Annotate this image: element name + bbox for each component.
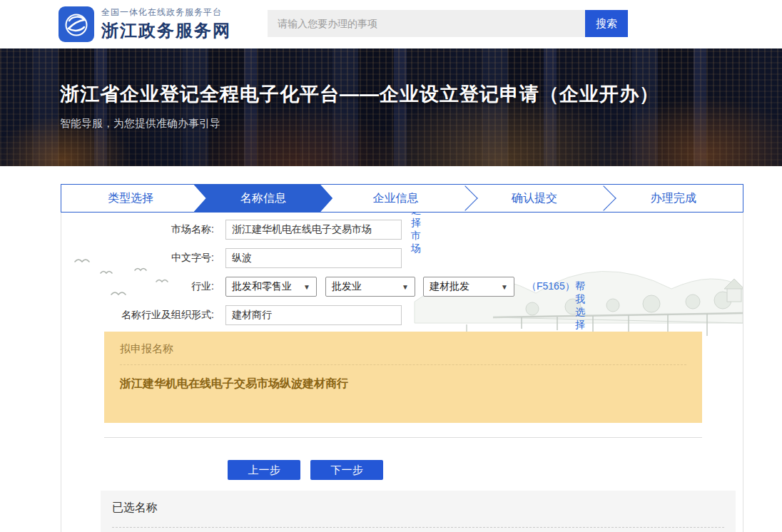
industry-label: 行业:	[61, 280, 220, 293]
name-org-form-label: 名称行业及组织形式:	[61, 309, 220, 322]
industry-level3-value: 建材批发	[430, 280, 469, 293]
industry-level3-select[interactable]: 建材批发 ▼	[423, 277, 514, 297]
previous-step-button[interactable]: 上一步	[228, 460, 300, 480]
industry-level1-select[interactable]: 批发和零售业 ▼	[225, 277, 317, 297]
hero-banner: 浙江省企业登记全程电子化平台——企业设立登记申请（企业开办） 智能导服，为您提供…	[0, 48, 782, 166]
page-subtitle: 智能导服，为您提供准确办事引导	[60, 117, 220, 131]
selected-names-divider	[112, 527, 724, 528]
step-type-selection[interactable]: 类型选择	[61, 185, 200, 212]
proposed-name-panel: 拟申报名称 浙江建华机电在线电子交易市场纵波建材商行	[104, 332, 702, 423]
chinese-font-name-input[interactable]	[225, 248, 402, 268]
step-complete[interactable]: 办理完成	[604, 185, 743, 212]
site-logo-icon	[59, 6, 94, 42]
step-name-info[interactable]: 名称信息	[194, 185, 333, 212]
industry-level2-select[interactable]: 批发业 ▼	[325, 277, 415, 297]
notice-divider	[120, 364, 686, 365]
page-title: 浙江省企业登记全程电子化平台——企业设立登记申请（企业开办）	[60, 81, 659, 107]
search-input[interactable]	[268, 10, 585, 37]
selected-names-heading: 已选名称	[101, 491, 736, 516]
platform-tagline: 全国一体化在线政务服务平台	[101, 6, 231, 19]
proposed-name-value: 浙江建华机电在线电子交易市场纵波建材商行	[120, 377, 686, 392]
select-market-link[interactable]: 选择市场	[411, 213, 421, 255]
next-step-button[interactable]: 下一步	[310, 460, 383, 480]
market-name-label: 市场名称:	[61, 223, 220, 236]
industry-level2-value: 批发业	[332, 280, 362, 293]
header-search-bar: 搜索	[268, 10, 628, 37]
industry-level1-value: 批发和零售业	[232, 280, 292, 293]
market-name-input[interactable]	[225, 220, 402, 240]
main-card: 类型选择 名称信息 企业信息 确认提交 办理完成	[61, 184, 743, 532]
site-header: 全国一体化在线政务服务平台 浙江政务服务网 搜索	[0, 0, 782, 48]
chinese-font-name-label: 中文字号:	[61, 252, 220, 265]
industry-code: （F5165）	[527, 280, 575, 293]
section-divider	[104, 437, 702, 438]
search-button[interactable]: 搜索	[585, 10, 628, 37]
site-name: 浙江政务服务网	[101, 19, 231, 42]
step-confirm-submit[interactable]: 确认提交	[465, 185, 604, 212]
name-org-form-input[interactable]	[225, 305, 402, 325]
step-wizard: 类型选择 名称信息 企业信息 确认提交 办理完成	[61, 184, 743, 213]
chevron-down-icon: ▼	[501, 283, 508, 291]
form-area: 市场名称: 选择市场 中文字号: 行业: 批发和零售业 ▼ 批发业 ▼ 建材批发…	[61, 213, 743, 532]
chevron-down-icon: ▼	[402, 283, 409, 291]
chevron-down-icon: ▼	[303, 283, 310, 291]
proposed-name-heading: 拟申报名称	[120, 342, 686, 356]
site-logo[interactable]: 全国一体化在线政务服务平台 浙江政务服务网	[59, 6, 231, 42]
selected-names-panel: 已选名称	[101, 491, 736, 532]
help-me-choose-link[interactable]: 帮我选择	[575, 280, 585, 332]
step-company-info[interactable]: 企业信息	[326, 185, 465, 212]
